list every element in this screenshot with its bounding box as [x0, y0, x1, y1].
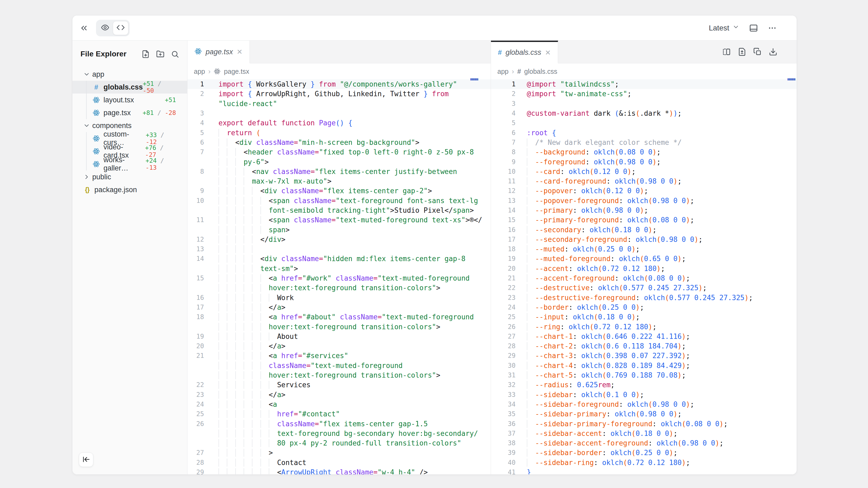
code-line[interactable]: 13 --popover-foreground: oklch(0.98 0 0)…: [491, 196, 797, 205]
code-line[interactable]: 25 href="#contact": [187, 409, 491, 419]
code-line[interactable]: "lucide-react": [187, 99, 491, 108]
copy-button[interactable]: [753, 47, 762, 56]
tree-item-layout.tsx[interactable]: layout.tsx+51: [72, 94, 187, 106]
code-line[interactable]: 10 --card: oklch(0.12 0 0);: [491, 167, 797, 176]
code-line[interactable]: 38 --sidebar-accent-foreground: oklch(0.…: [491, 438, 797, 448]
tab-globals-css[interactable]: # globals.css ✕: [491, 41, 558, 63]
code-line[interactable]: 26 className="flex items-center gap-1.5: [187, 419, 491, 428]
code-line[interactable]: 17 </a>: [187, 302, 491, 312]
tree-item-page.tsx[interactable]: page.tsx+81 / -28: [72, 106, 187, 119]
code-line[interactable]: hover:text-foreground transition-colors"…: [187, 283, 491, 293]
code-line[interactable]: 4@custom-variant dark (&:is(.dark *));: [491, 108, 797, 118]
code-line[interactable]: 27 >: [187, 448, 491, 458]
code-line[interactable]: 80 px-4 py-2 rounded-full transition-col…: [187, 438, 491, 448]
code-line[interactable]: 14 <div className="hidden md:flex items-…: [187, 254, 491, 263]
file-diff-button[interactable]: [738, 47, 746, 56]
code-line[interactable]: 12 --popover: oklch(0.12 0 0);: [491, 186, 797, 196]
code-line[interactable]: hover:text-foreground transition-colors"…: [187, 370, 491, 380]
code-line[interactable]: font-semibold tracking-tight">Studio Pix…: [187, 205, 491, 215]
code-line[interactable]: 25 --input: oklch(0.18 0 0);: [491, 312, 797, 322]
code-line[interactable]: 14 --primary: oklch(0.98 0 0);: [491, 205, 797, 215]
more-options-button[interactable]: [768, 24, 777, 33]
code-line[interactable]: className="text-muted-foreground: [187, 361, 491, 370]
panel-bottom-button[interactable]: [749, 24, 758, 33]
code-line[interactable]: 39 --sidebar-border: oklch(0.25 0 0);: [491, 448, 797, 458]
code-line[interactable]: 41}: [491, 467, 797, 475]
tree-item-works-galler-[interactable]: works-galler…+24 / -13: [72, 158, 187, 170]
chevron-down-icon[interactable]: [83, 122, 90, 129]
tree-item-public[interactable]: public: [72, 170, 187, 183]
close-tab-icon[interactable]: ✕: [237, 48, 243, 55]
code-line[interactable]: 31 --chart-5: oklch(0.769 0.188 70.08);: [491, 370, 797, 380]
close-tab-icon[interactable]: ✕: [545, 49, 551, 56]
code-line[interactable]: 20 --accent: oklch(0.72 0.12 180);: [491, 264, 797, 273]
code-line[interactable]: max-w-7xl mx-auto">: [187, 176, 491, 186]
breadcrumb-file[interactable]: page.tsx: [224, 68, 249, 75]
code-line[interactable]: 21 --accent-foreground: oklch(0.08 0 0);: [491, 273, 797, 283]
breadcrumb-folder[interactable]: app: [497, 68, 508, 75]
code-line[interactable]: span>: [187, 225, 491, 234]
code-toggle-button[interactable]: [113, 21, 128, 35]
code-line[interactable]: 24 <a: [187, 399, 491, 409]
code-line[interactable]: 22 Services: [187, 380, 491, 390]
code-line[interactable]: 22 --destructive: oklch(0.577 0.245 27.3…: [491, 283, 797, 293]
code-line[interactable]: 17 --secondary-foreground: oklch(0.98 0 …: [491, 235, 797, 244]
code-line[interactable]: 26 --ring: oklch(0.72 0.12 180);: [491, 322, 797, 331]
code-line[interactable]: py-6">: [187, 157, 491, 166]
code-line[interactable]: 35 --sidebar-primary: oklch(0.98 0 0);: [491, 409, 797, 419]
code-line[interactable]: 28 --chart-2: oklch(0.6 0.118 184.704);: [491, 341, 797, 351]
code-line[interactable]: 19 --muted-foreground: oklch(0.65 0 0);: [491, 254, 797, 263]
collapse-panel-button[interactable]: [80, 24, 89, 33]
code-line[interactable]: 32 --radius: 0.625rem;: [491, 380, 797, 390]
collapse-sidebar-button[interactable]: [79, 452, 93, 467]
code-line[interactable]: 6 <div className="min-h-screen bg-backgr…: [187, 138, 491, 147]
code-line[interactable]: 11 <span className="text-muted-foregroun…: [187, 215, 491, 225]
code-line[interactable]: 11 --card-foreground: oklch(0.98 0 0);: [491, 176, 797, 186]
breadcrumb-folder[interactable]: app: [194, 68, 205, 75]
code-line[interactable]: 29 --chart-3: oklch(0.398 0.07 227.392);: [491, 351, 797, 360]
code-line[interactable]: 7 /* New dark elegant color scheme */: [491, 138, 797, 147]
code-line[interactable]: 24 --border: oklch(0.25 0 0);: [491, 302, 797, 312]
code-line[interactable]: 21 <a href="#services": [187, 351, 491, 360]
chevron-down-icon[interactable]: [83, 71, 90, 78]
code-line[interactable]: 10 <span className="text-foreground font…: [187, 196, 491, 205]
preview-toggle-button[interactable]: [97, 21, 113, 35]
code-line[interactable]: 33 --sidebar: oklch(0.1 0 0);: [491, 390, 797, 399]
code-line[interactable]: 15 <a href="#work" className="text-muted…: [187, 273, 491, 283]
new-folder-button[interactable]: [156, 50, 164, 58]
version-dropdown[interactable]: Latest: [709, 24, 739, 32]
code-line[interactable]: 27 --chart-1: oklch(0.646 0.222 41.116);: [491, 332, 797, 341]
tree-item-package.json[interactable]: {}package.json: [72, 183, 187, 196]
tree-item-app[interactable]: app: [72, 68, 187, 81]
code-line[interactable]: 19 About: [187, 332, 491, 341]
editor2-code[interactable]: 1@import "tailwindcss";2@import "tw-anim…: [491, 79, 797, 475]
code-line[interactable]: 5: [491, 118, 797, 128]
code-line[interactable]: 18 <a href="#about" className="text-mute…: [187, 312, 491, 322]
chevron-right-icon[interactable]: [83, 173, 90, 181]
tab-page-tsx[interactable]: page.tsx ✕: [187, 41, 250, 63]
breadcrumb-file[interactable]: globals.css: [524, 68, 557, 75]
code-line[interactable]: 6:root {: [491, 128, 797, 137]
code-line[interactable]: 23 </a>: [187, 390, 491, 399]
code-line[interactable]: 29 <ArrowUpRight className="w-4 h-4" />: [187, 467, 491, 475]
code-line[interactable]: 37 --sidebar-accent: oklch(0.18 0 0);: [491, 429, 797, 438]
code-line[interactable]: 28 Contact: [187, 458, 491, 467]
horizontal-scrollbar-thumb[interactable]: [787, 78, 796, 80]
code-line[interactable]: 23 --destructive-foreground: oklch(0.577…: [491, 293, 797, 302]
code-line[interactable]: 16 Work: [187, 293, 491, 302]
code-line[interactable]: 4export default function Page() {: [187, 118, 491, 128]
code-line[interactable]: text-sm">: [187, 264, 491, 273]
code-line[interactable]: 30 --chart-4: oklch(0.828 0.189 84.429);: [491, 361, 797, 370]
code-line[interactable]: 40 --sidebar-ring: oklch(0.72 0.12 180);: [491, 458, 797, 467]
code-line[interactable]: 3: [187, 108, 491, 118]
code-line[interactable]: 9 <div className="flex items-center gap-…: [187, 186, 491, 196]
new-file-button[interactable]: [142, 50, 150, 58]
code-line[interactable]: 34 --sidebar-foreground: oklch(0.98 0 0)…: [491, 399, 797, 409]
code-line[interactable]: 7 <header className="fixed top-0 left-0 …: [187, 147, 491, 157]
code-line[interactable]: 9 --foreground: oklch(0.98 0 0);: [491, 157, 797, 166]
horizontal-scrollbar-thumb[interactable]: [470, 78, 478, 80]
code-line[interactable]: 1@import "tailwindcss";: [491, 79, 797, 89]
tree-item-globals.css[interactable]: #globals.css+51 / -50: [72, 81, 187, 94]
code-line[interactable]: 36 --sidebar-primary-foreground: oklch(0…: [491, 419, 797, 428]
code-line[interactable]: 13: [187, 244, 491, 254]
